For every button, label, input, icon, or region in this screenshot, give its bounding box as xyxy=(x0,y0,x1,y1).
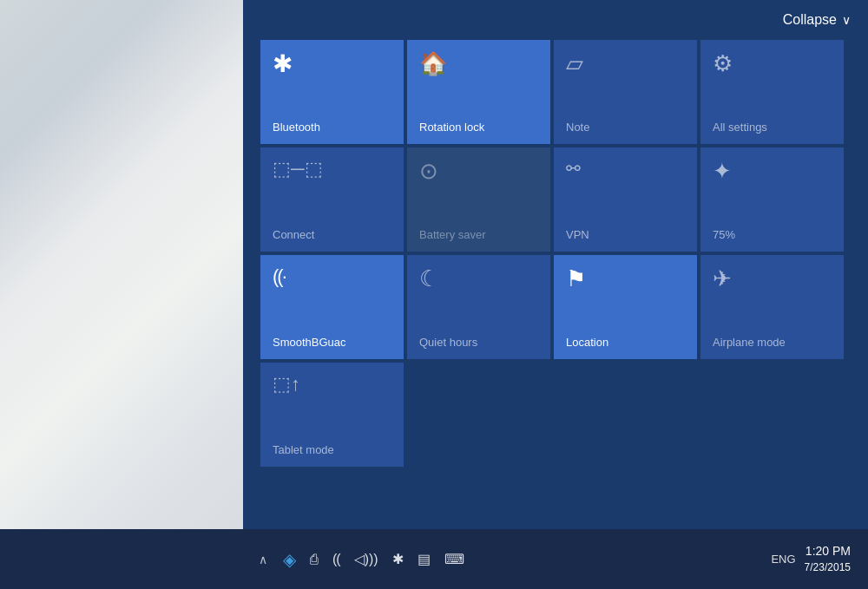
taskbar: ∧ ◈ ⎙ (( ◁))) ✱ ▤ ⌨ ENG 1:20 PM 7/23/201… xyxy=(0,529,868,589)
clock-time: 1:20 PM xyxy=(805,543,851,560)
tile-quiet-hours[interactable]: ☾ Quiet hours xyxy=(407,255,550,359)
tile-airplane-mode-label: Airplane mode xyxy=(713,336,832,349)
bluetooth-icon: ✱ xyxy=(273,52,391,76)
taskbar-wifi-icon[interactable]: (( xyxy=(327,552,345,567)
tile-battery-saver[interactable]: ⊙ Battery saver xyxy=(407,147,550,252)
settings-icon: ⚙ xyxy=(713,52,832,75)
tile-rotation-lock-label: Rotation lock xyxy=(419,121,538,134)
tile-brightness[interactable]: ✦ 75% xyxy=(700,147,844,252)
location-icon: ⚑ xyxy=(566,267,685,290)
tablet-mode-icon: ⬚↑ xyxy=(273,375,391,394)
tile-location-label: Location xyxy=(566,336,685,349)
brightness-icon: ✦ xyxy=(713,160,832,182)
taskbar-bluetooth-icon[interactable]: ✱ xyxy=(387,551,409,567)
collapse-button[interactable]: Collapse ∨ xyxy=(783,12,851,28)
tile-airplane-mode[interactable]: ✈ Airplane mode xyxy=(700,255,844,359)
tile-connect-label: Connect xyxy=(273,228,391,241)
tile-bluetooth-label: Bluetooth xyxy=(273,121,391,134)
tile-battery-saver-label: Battery saver xyxy=(419,228,538,241)
taskbar-volume-icon[interactable]: ◁))) xyxy=(349,551,384,567)
taskbar-right-area: ENG 1:20 PM 7/23/2015 xyxy=(771,543,858,574)
tile-quiet-hours-label: Quiet hours xyxy=(419,336,538,349)
tile-bluetooth[interactable]: ✱ Bluetooth xyxy=(260,40,404,144)
taskbar-action-center-icon[interactable]: ▤ xyxy=(412,551,436,567)
collapse-label: Collapse xyxy=(783,12,837,28)
tile-vpn-label: VPN xyxy=(566,228,685,241)
tile-all-settings[interactable]: ⚙ All settings xyxy=(700,40,844,144)
taskbar-expand-icon[interactable]: ∧ xyxy=(252,553,274,566)
quiet-hours-icon: ☾ xyxy=(419,267,538,290)
tile-note-label: Note xyxy=(566,121,685,134)
vpn-icon: ⚯ xyxy=(566,160,685,177)
note-icon: ▱ xyxy=(566,52,685,75)
tile-all-settings-label: All settings xyxy=(713,121,832,134)
taskbar-dropbox-icon[interactable]: ◈ xyxy=(278,549,301,570)
action-center-panel: Collapse ∨ ✱ Bluetooth 🏠 Rotation lock ▱… xyxy=(243,0,868,529)
tile-tablet-mode-label: Tablet mode xyxy=(273,443,391,456)
tile-connect[interactable]: ⬚─⬚ Connect xyxy=(260,147,404,252)
chevron-down-icon: ∨ xyxy=(842,13,851,27)
taskbar-clock[interactable]: 1:20 PM 7/23/2015 xyxy=(805,543,858,574)
tile-wifi-label: SmoothBGuac xyxy=(273,336,391,349)
connect-icon: ⬚─⬚ xyxy=(273,160,391,179)
quick-actions-grid: ✱ Bluetooth 🏠 Rotation lock ▱ Note ⚙ All… xyxy=(243,36,868,475)
taskbar-language-label[interactable]: ENG xyxy=(771,553,795,566)
taskbar-system-tray-left: ∧ ◈ ⎙ (( ◁))) ✱ ▤ ⌨ xyxy=(0,549,470,570)
action-center-header: Collapse ∨ xyxy=(243,0,868,36)
tile-location[interactable]: ⚑ Location xyxy=(554,255,697,359)
tile-rotation-lock[interactable]: 🏠 Rotation lock xyxy=(407,40,550,144)
wifi-icon: ((· xyxy=(273,267,391,286)
clock-date: 7/23/2015 xyxy=(805,560,851,575)
tile-tablet-mode[interactable]: ⬚↑ Tablet mode xyxy=(260,363,404,467)
tile-wifi[interactable]: ((· SmoothBGuac xyxy=(260,255,404,359)
battery-saver-icon: ⊙ xyxy=(419,160,538,182)
taskbar-keyboard-icon[interactable]: ⌨ xyxy=(439,551,470,567)
tile-note[interactable]: ▱ Note xyxy=(554,40,697,144)
desktop-background xyxy=(0,0,247,529)
airplane-icon: ✈ xyxy=(713,267,832,290)
taskbar-cast-icon[interactable]: ⎙ xyxy=(305,552,324,567)
tile-brightness-label: 75% xyxy=(713,228,832,241)
rotation-lock-icon: 🏠 xyxy=(419,52,538,75)
tile-vpn[interactable]: ⚯ VPN xyxy=(554,147,697,252)
